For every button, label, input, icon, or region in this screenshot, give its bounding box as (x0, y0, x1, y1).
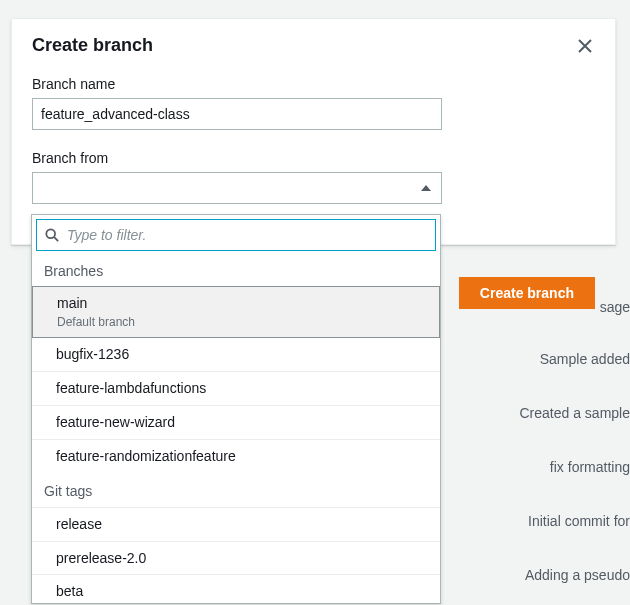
option-tag[interactable]: beta (32, 574, 440, 605)
option-sublabel: Default branch (57, 314, 427, 330)
search-icon (45, 228, 59, 242)
option-tag[interactable]: prerelease-2.0 (32, 541, 440, 575)
svg-point-0 (46, 229, 55, 238)
option-label: feature-lambdafunctions (56, 380, 206, 396)
option-label: feature-new-wizard (56, 414, 175, 430)
option-tag[interactable]: release (32, 507, 440, 541)
svg-line-1 (54, 237, 58, 241)
option-label: release (56, 516, 102, 532)
branch-name-label: Branch name (32, 76, 595, 92)
modal-title: Create branch (32, 35, 153, 56)
modal-body: Branch name Branch from (12, 70, 615, 204)
branch-name-input[interactable] (32, 98, 442, 130)
group-header-branches: Branches (32, 253, 440, 287)
option-label: feature-randomizationfeature (56, 448, 236, 464)
filter-input[interactable] (67, 220, 427, 250)
branch-from-label: Branch from (32, 150, 595, 166)
caret-up-icon (421, 185, 431, 191)
branch-from-dropdown: Branches main Default branch bugfix-1236… (31, 214, 441, 604)
option-branch[interactable]: feature-new-wizard (32, 405, 440, 439)
close-icon (578, 39, 592, 53)
close-button[interactable] (575, 36, 595, 56)
create-branch-button[interactable]: Create branch (459, 277, 595, 309)
branch-from-field: Branch from (32, 150, 595, 204)
filter-row (36, 219, 436, 251)
create-branch-modal: Create branch Branch name Branch from Ca… (11, 18, 616, 245)
option-branch[interactable]: feature-lambdafunctions (32, 371, 440, 405)
group-header-tags: Git tags (32, 473, 440, 507)
option-branch-main[interactable]: main Default branch (32, 286, 440, 338)
modal-header: Create branch (12, 19, 615, 70)
option-label: prerelease-2.0 (56, 550, 146, 566)
option-label: beta (56, 583, 83, 599)
branch-name-field: Branch name (32, 76, 595, 130)
option-branch[interactable]: bugfix-1236 (32, 337, 440, 371)
option-label: bugfix-1236 (56, 346, 129, 362)
branch-from-select[interactable] (32, 172, 442, 204)
option-branch[interactable]: feature-randomizationfeature (32, 439, 440, 473)
option-label: main (57, 294, 427, 313)
